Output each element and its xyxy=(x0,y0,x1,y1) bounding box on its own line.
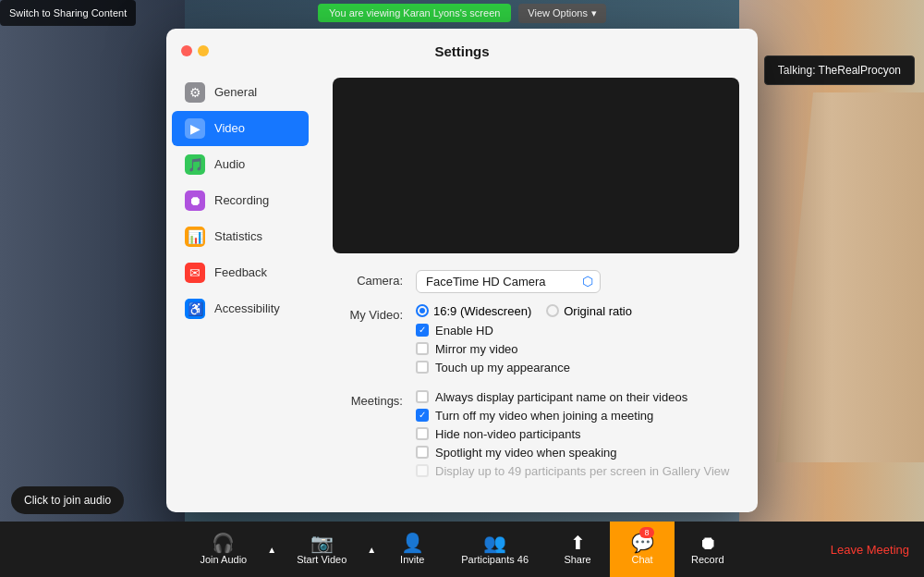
video-preview xyxy=(333,78,739,253)
original-ratio-label: Original ratio xyxy=(564,304,632,318)
general-icon: ⚙ xyxy=(185,82,205,103)
turn-off-video-label: Turn off my video when joining a meeting xyxy=(435,409,653,423)
original-ratio-radio[interactable]: Original ratio xyxy=(546,304,632,318)
hide-non-video-box xyxy=(416,427,429,440)
display-name-label: Always display participant name on their… xyxy=(435,390,687,404)
turn-off-video-box xyxy=(416,409,429,422)
sidebar-item-recording[interactable]: ⏺ Recording xyxy=(172,183,309,218)
touch-up-label: Touch up my appearance xyxy=(435,361,570,374)
sidebar-label-general: General xyxy=(214,85,257,99)
share-button[interactable]: ⬆ Share xyxy=(545,522,610,577)
minimize-button[interactable] xyxy=(198,45,209,56)
my-video-row: My Video: 16:9 (Widescreen) Original rat… xyxy=(333,304,739,379)
hide-non-video-label: Hide non-video participants xyxy=(435,427,581,441)
sidebar-label-feedback: Feedback xyxy=(214,265,267,279)
sidebar-item-feedback[interactable]: ✉ Feedback xyxy=(172,255,309,290)
camera-controls: FaceTime HD Camera ⬡ xyxy=(416,270,739,293)
my-video-label: My Video: xyxy=(333,304,416,322)
record-label: Record xyxy=(691,554,723,565)
join-audio-label: Join Audio xyxy=(200,554,247,565)
settings-sidebar: ⚙ General ▶ Video 🎵 Audio ⏺ Recording 📊 xyxy=(166,67,314,512)
viewing-label: You are viewing Karan Lyons's screen xyxy=(318,4,511,22)
leave-meeting-button[interactable]: Leave Meeting xyxy=(831,543,909,557)
camera-row: Camera: FaceTime HD Camera ⬡ xyxy=(333,270,739,293)
touch-up-box xyxy=(416,361,429,374)
mirror-video-box xyxy=(416,342,429,355)
sidebar-label-audio: Audio xyxy=(214,157,245,171)
feedback-icon: ✉ xyxy=(185,263,205,283)
join-audio-icon: 🎧 xyxy=(212,534,235,552)
my-video-controls: 16:9 (Widescreen) Original ratio Enable … xyxy=(416,304,739,379)
start-video-label: Start Video xyxy=(297,554,346,565)
enable-hd-box xyxy=(416,324,429,337)
display-name-box xyxy=(416,390,429,403)
sidebar-item-accessibility[interactable]: ♿ Accessibility xyxy=(172,291,309,326)
mirror-video-checkbox[interactable]: Mirror my video xyxy=(416,342,739,356)
join-audio-expand[interactable]: ▲ xyxy=(263,545,280,555)
start-video-button[interactable]: 📷 Start Video xyxy=(280,522,363,577)
join-audio-button[interactable]: 🎧 Join Audio xyxy=(183,522,263,577)
left-participant-video xyxy=(0,0,185,538)
modal-body: ⚙ General ▶ Video 🎵 Audio ⏺ Recording 📊 xyxy=(166,67,758,512)
record-button[interactable]: ⏺ Record xyxy=(675,522,740,577)
view-options-button[interactable]: View Options ▾ xyxy=(518,4,606,23)
meetings-row: Meetings: Always display participant nam… xyxy=(333,390,739,483)
spotlight-checkbox[interactable]: Spotlight my video when speaking xyxy=(416,446,739,460)
hide-non-video-checkbox[interactable]: Hide non-video participants xyxy=(416,427,739,441)
share-label: Share xyxy=(564,554,590,565)
toolbar: 🎧 Join Audio ▲ 📷 Start Video ▲ 👤 Invite … xyxy=(0,522,924,577)
camera-label: Camera: xyxy=(333,270,416,288)
chat-label: Chat xyxy=(631,554,652,565)
participants-button[interactable]: 👥 Participants 46 xyxy=(444,522,545,577)
screen-share-banner: You are viewing Karan Lyons's screen Vie… xyxy=(318,4,606,23)
settings-content: Camera: FaceTime HD Camera ⬡ My Video: xyxy=(314,67,758,512)
chat-button[interactable]: 8 💬 Chat xyxy=(610,522,675,577)
sidebar-label-video: Video xyxy=(214,121,245,135)
spotlight-box xyxy=(416,446,429,459)
settings-modal: Settings ⚙ General ▶ Video 🎵 Audio ⏺ xyxy=(166,29,758,512)
sidebar-label-recording: Recording xyxy=(214,193,269,207)
recording-icon: ⏺ xyxy=(185,190,205,211)
close-button[interactable] xyxy=(181,45,192,56)
join-audio-bubble[interactable]: Click to join audio xyxy=(11,486,124,514)
mirror-video-label: Mirror my video xyxy=(435,342,518,356)
sidebar-item-audio[interactable]: 🎵 Audio xyxy=(172,147,309,182)
start-video-expand[interactable]: ▲ xyxy=(363,545,380,555)
display-name-checkbox[interactable]: Always display participant name on their… xyxy=(416,390,739,404)
share-icon: ⬆ xyxy=(570,534,586,552)
top-bar: Switch to Sharing Content You are viewin… xyxy=(0,0,924,26)
meetings-label: Meetings: xyxy=(333,390,416,408)
participants-icon: 👥 xyxy=(483,534,506,552)
gallery-49-label: Display up to 49 participants per screen… xyxy=(435,464,729,478)
enable-hd-checkbox[interactable]: Enable HD xyxy=(416,324,739,338)
switch-to-sharing-button[interactable]: Switch to Sharing Content xyxy=(0,0,136,26)
audio-icon: 🎵 xyxy=(185,154,205,175)
video-icon: ▶ xyxy=(185,118,205,139)
widescreen-radio-circle xyxy=(416,304,429,317)
sidebar-item-general[interactable]: ⚙ General xyxy=(172,75,309,110)
widescreen-radio[interactable]: 16:9 (Widescreen) xyxy=(416,304,531,318)
invite-label: Invite xyxy=(400,554,424,565)
invite-icon: 👤 xyxy=(401,534,424,552)
statistics-icon: 📊 xyxy=(185,227,205,247)
accessibility-icon: ♿ xyxy=(185,299,205,319)
meetings-controls: Always display participant name on their… xyxy=(416,390,739,483)
touch-up-checkbox[interactable]: Touch up my appearance xyxy=(416,361,739,374)
aspect-ratio-group: 16:9 (Widescreen) Original ratio xyxy=(416,304,739,318)
turn-off-video-checkbox[interactable]: Turn off my video when joining a meeting xyxy=(416,409,739,423)
invite-button[interactable]: 👤 Invite xyxy=(380,522,444,577)
enable-hd-label: Enable HD xyxy=(435,324,493,338)
sidebar-item-video[interactable]: ▶ Video xyxy=(172,111,309,146)
record-icon: ⏺ xyxy=(699,534,717,552)
participants-label: Participants 46 xyxy=(461,554,529,565)
start-video-icon: 📷 xyxy=(310,534,334,552)
widescreen-label: 16:9 (Widescreen) xyxy=(433,304,531,318)
original-ratio-circle xyxy=(546,304,559,317)
gallery-49-box xyxy=(416,464,429,477)
traffic-lights xyxy=(181,45,209,56)
sidebar-label-statistics: Statistics xyxy=(214,229,262,243)
gallery-49-checkbox[interactable]: Display up to 49 participants per screen… xyxy=(416,464,739,478)
sidebar-item-statistics[interactable]: 📊 Statistics xyxy=(172,219,309,254)
camera-select[interactable]: FaceTime HD Camera xyxy=(416,270,601,293)
camera-select-wrapper: FaceTime HD Camera ⬡ xyxy=(416,270,601,293)
